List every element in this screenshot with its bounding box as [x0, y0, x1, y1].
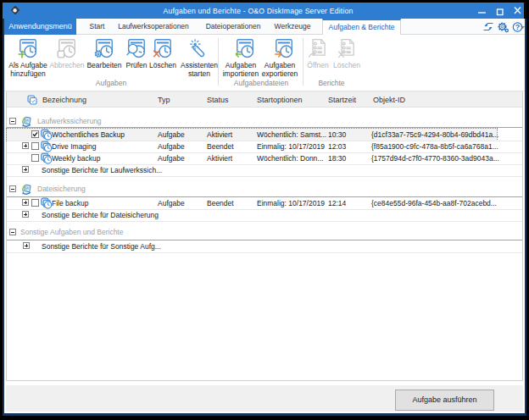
svg-text:?: ?	[515, 23, 521, 31]
